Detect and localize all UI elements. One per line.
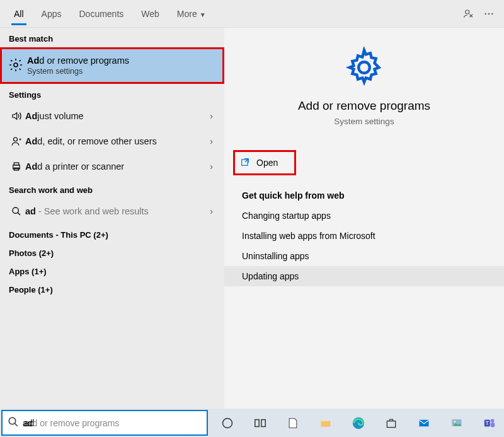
svg-rect-7 xyxy=(14,163,19,165)
help-item[interactable]: Installing web apps from Microsoft xyxy=(224,226,504,246)
chevron-right-icon[interactable]: › xyxy=(210,136,217,146)
open-button[interactable]: Open xyxy=(233,150,296,175)
category-people[interactable]: People (1+) xyxy=(0,279,224,297)
svg-point-13 xyxy=(223,418,232,428)
preview-title: Add or remove programs xyxy=(237,99,491,113)
search-filter-tabs: All Apps Documents Web More▼ xyxy=(0,0,504,28)
best-match-result[interactable]: Add or remove programs System settings xyxy=(0,47,224,84)
web-result[interactable]: ad - See work and web results › xyxy=(0,199,224,224)
best-match-header: Best match xyxy=(0,28,224,47)
taskbar-app-photos[interactable] xyxy=(442,411,471,436)
taskbar-app-store[interactable] xyxy=(377,411,406,436)
more-options-icon[interactable] xyxy=(479,4,499,24)
result-label: Adjust volume xyxy=(25,111,210,121)
best-match-title-bold: Ad xyxy=(27,55,39,66)
svg-text:T: T xyxy=(486,420,489,426)
category-photos[interactable]: Photos (2+) xyxy=(0,242,224,260)
taskbar-search[interactable]: add or remove programs xyxy=(1,410,208,436)
tab-more[interactable]: More▼ xyxy=(168,0,215,28)
task-view-icon[interactable] xyxy=(246,411,275,436)
gear-icon xyxy=(8,57,27,74)
best-match-text: Add or remove programs System settings xyxy=(27,55,129,76)
preview-hero: Add or remove programs System settings xyxy=(224,28,504,137)
help-item[interactable]: Updating apps xyxy=(224,266,504,286)
svg-point-2 xyxy=(488,13,490,14)
result-label: Add, edit, or remove other users xyxy=(25,136,210,146)
search-input[interactable] xyxy=(24,417,218,428)
svg-point-23 xyxy=(491,419,495,422)
printer-icon xyxy=(8,161,25,172)
svg-point-4 xyxy=(14,63,18,67)
svg-point-1 xyxy=(485,13,486,14)
svg-rect-24 xyxy=(491,422,495,427)
open-icon xyxy=(240,157,250,169)
tab-more-label: More xyxy=(177,9,197,19)
search-icon xyxy=(8,206,25,216)
search-results-pane: Best match Add or remove programs System… xyxy=(0,28,504,409)
chevron-right-icon[interactable]: › xyxy=(210,111,217,121)
help-item[interactable]: Uninstalling apps xyxy=(224,246,504,266)
person-icon xyxy=(8,136,25,147)
best-match-subtitle: System settings xyxy=(27,67,129,76)
svg-rect-15 xyxy=(261,419,265,426)
results-list: Best match Add or remove programs System… xyxy=(0,28,224,409)
search-icon xyxy=(8,416,19,429)
result-label: ad - See work and web results xyxy=(25,206,210,216)
tab-apps[interactable]: Apps xyxy=(33,0,71,28)
taskbar-app-libreoffice[interactable] xyxy=(278,411,307,436)
preview-subtitle: System settings xyxy=(237,117,491,126)
result-label: Add a printer or scanner xyxy=(25,161,210,172)
taskbar-app-edge[interactable] xyxy=(344,411,373,436)
svg-point-9 xyxy=(13,207,18,213)
best-match-title-rest: d or remove programs xyxy=(39,55,129,66)
svg-rect-17 xyxy=(387,421,395,427)
help-item[interactable]: Changing startup apps xyxy=(224,206,504,226)
tab-all[interactable]: All xyxy=(5,0,33,28)
settings-header: Settings xyxy=(0,84,224,103)
chevron-down-icon: ▼ xyxy=(200,11,206,18)
chevron-right-icon[interactable]: › xyxy=(210,206,217,216)
cortana-icon[interactable] xyxy=(213,411,242,436)
taskbar: add or remove programs T xyxy=(0,409,504,437)
svg-rect-18 xyxy=(420,419,429,426)
svg-point-10 xyxy=(358,62,370,73)
svg-point-0 xyxy=(466,10,469,14)
search-web-header: Search work and web xyxy=(0,179,224,199)
taskbar-app-mail[interactable] xyxy=(410,411,438,436)
gear-icon xyxy=(237,47,491,90)
tab-web[interactable]: Web xyxy=(132,0,168,28)
category-apps[interactable]: Apps (1+) xyxy=(0,260,224,279)
settings-result-printer[interactable]: Add a printer or scanner › xyxy=(0,154,224,179)
svg-point-5 xyxy=(14,137,18,141)
category-documents[interactable]: Documents - This PC (2+) xyxy=(0,224,224,242)
settings-result-users[interactable]: Add, edit, or remove other users › xyxy=(0,129,224,154)
speaker-icon xyxy=(8,110,25,122)
svg-rect-14 xyxy=(255,419,259,426)
tab-documents[interactable]: Documents xyxy=(70,0,132,28)
feedback-icon[interactable] xyxy=(459,4,479,24)
taskbar-app-teams[interactable]: T xyxy=(475,411,504,436)
settings-result-volume[interactable]: Adjust volume › xyxy=(0,103,224,129)
quick-help-header: Get quick help from web xyxy=(224,175,504,206)
taskbar-app-explorer[interactable] xyxy=(311,411,340,436)
svg-point-3 xyxy=(491,13,493,14)
svg-point-12 xyxy=(9,417,16,424)
taskbar-icons: T xyxy=(209,411,504,436)
svg-point-20 xyxy=(454,421,456,422)
open-label: Open xyxy=(256,158,278,168)
preview-pane: Add or remove programs System settings O… xyxy=(224,28,504,409)
chevron-right-icon[interactable]: › xyxy=(210,161,217,172)
